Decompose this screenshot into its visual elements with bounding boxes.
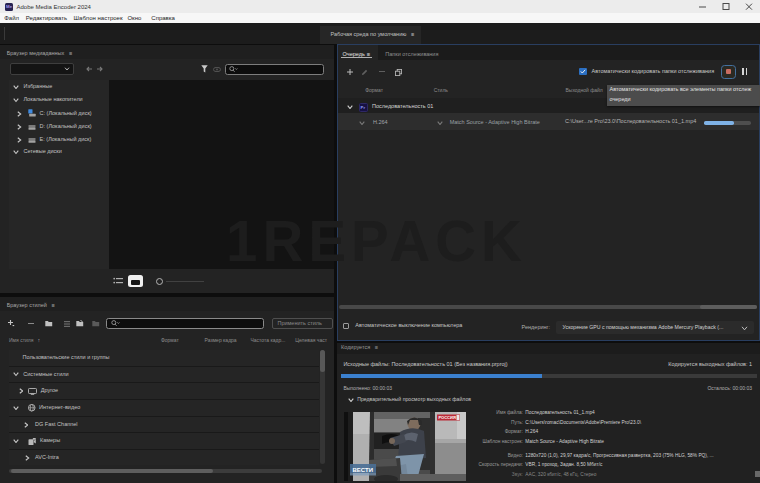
svg-text:РОССИЯ: РОССИЯ	[439, 415, 456, 420]
svg-text:ВЕСТИ: ВЕСТИ	[353, 467, 374, 473]
